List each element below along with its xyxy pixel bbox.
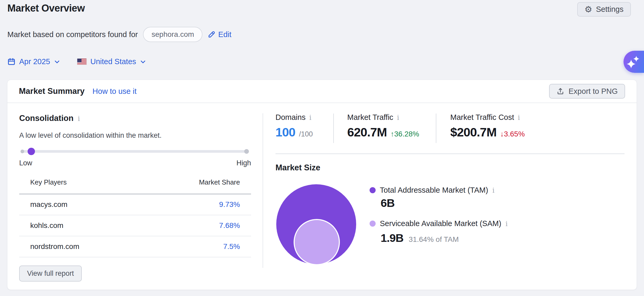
chevron-down-icon [54,59,60,65]
table-row[interactable]: kohls.com 7.68% [19,215,251,236]
sam-legend-row: Serviceable Available Market (SAM) i [370,219,508,228]
sam-value: 1.9B [381,232,403,244]
slider-labels: Low High [19,159,251,167]
consolidation-title: Consolidation i [19,114,257,123]
info-icon[interactable]: i [78,115,80,123]
metric-market-traffic: Market Traffic i 620.7M ↑36.28% [347,113,419,139]
slider-track [22,150,248,153]
info-icon[interactable]: i [492,186,494,194]
table-row[interactable]: macys.com 9.73% [19,194,251,215]
slider-min-dot [21,150,24,153]
info-icon[interactable]: i [397,114,399,121]
metric-value: 620.7M [347,125,387,139]
slider-high-label: High [236,159,251,167]
player-share-link[interactable]: 7.5% [223,242,240,251]
card-title: Market Summary [19,86,85,96]
sam-percent-of-tam: 31.64% of TAM [409,235,459,244]
edit-label: Edit [218,30,231,39]
market-subtitle: Market based on competitors found for se… [7,27,231,42]
tam-legend-label: Total Addressable Market (TAM) [380,186,488,195]
player-domain: kohls.com [30,221,63,230]
info-icon[interactable]: i [309,114,311,121]
slider-handle[interactable] [28,148,35,155]
header-key-players: Key Players [30,178,67,186]
subtitle-text: Market based on competitors found for [7,30,138,39]
seed-domain-pill[interactable]: sephora.com [143,27,202,42]
date-selector[interactable]: Apr 2025 [7,57,60,66]
consolidation-section: Consolidation i A low level of consolida… [7,103,263,290]
gear-icon: ⚙ [585,5,592,14]
market-metrics-section: Domains i 100 /100 Market Traffic i 620.… [263,103,637,290]
export-icon [556,87,564,95]
metric-suffix: /100 [299,130,313,138]
consolidation-slider [19,147,257,155]
info-icon[interactable]: i [505,220,508,228]
tam-value: 6B [381,197,395,210]
metric-label: Market Traffic i [347,113,419,122]
consolidation-title-text: Consolidation [19,114,74,123]
metric-change-down: ↓3.65% [500,130,525,138]
key-players-table: Key Players Market Share macys.com 9.73%… [19,178,251,257]
metric-label: Market Traffic Cost i [450,113,525,122]
sam-legend-dot [370,221,376,227]
tam-legend-row: Total Addressable Market (TAM) i [370,186,494,195]
metric-domains: Domains i 100 /100 [275,113,313,139]
settings-label: Settings [596,5,623,14]
consolidation-description: A low level of consolidation within the … [19,131,257,140]
metric-value: 100 [275,125,295,139]
calendar-icon [7,58,16,66]
slider-low-label: Low [19,159,32,167]
player-domain: macys.com [30,200,68,209]
date-selector-label: Apr 2025 [19,57,50,66]
sam-value-row: 1.9B 31.64% of TAM [381,232,459,244]
metric-change-up: ↑36.28% [391,130,419,138]
slider-max-dot [244,149,249,154]
market-size-title: Market Size [275,163,320,172]
section-divider [275,154,625,154]
ai-assistant-button[interactable] [623,51,644,73]
metric-divider [436,114,436,143]
page-title: Market Overview [7,3,85,14]
country-selector-label: United States [90,57,136,66]
sam-legend-label: Serviceable Available Market (SAM) [380,219,501,228]
header-market-share: Market Share [199,178,240,186]
edit-market-link[interactable]: Edit [208,30,231,39]
player-domain: nordstrom.com [30,242,79,251]
sparkles-icon [626,54,640,69]
sam-circle[interactable] [294,219,340,265]
card-body: Consolidation i A low level of consolida… [7,103,637,290]
pencil-icon [208,30,216,38]
table-header: Key Players Market Share [19,178,251,194]
metric-market-traffic-cost: Market Traffic Cost i $200.7M ↓3.65% [450,113,525,139]
chevron-down-icon [140,59,146,65]
export-label: Export to PNG [569,87,618,96]
metric-label-text: Market Traffic [347,113,393,122]
metric-divider [333,114,334,143]
market-summary-card: Market Summary How to use it Export to P… [7,80,637,290]
export-png-button[interactable]: Export to PNG [549,84,625,99]
us-flag-icon [77,58,87,65]
table-row[interactable]: nordstrom.com 7.5% [19,236,251,257]
country-selector[interactable]: United States [77,57,146,66]
how-to-use-link[interactable]: How to use it [93,87,137,96]
info-icon[interactable]: i [518,114,520,121]
metric-value: $200.7M [450,125,497,139]
view-full-report-button[interactable]: View full report [19,266,82,282]
settings-button[interactable]: ⚙ Settings [577,2,631,17]
metric-label-text: Domains [275,113,305,122]
tam-legend-dot [370,187,376,193]
metric-label: Domains i [275,113,313,122]
player-share-link[interactable]: 7.68% [219,221,240,230]
tam-value-row: 6B [381,197,395,210]
card-header: Market Summary How to use it Export to P… [7,80,637,103]
metric-label-text: Market Traffic Cost [450,113,514,122]
filters-row: Apr 2025 United States [7,57,146,66]
player-share-link[interactable]: 9.73% [219,200,240,209]
